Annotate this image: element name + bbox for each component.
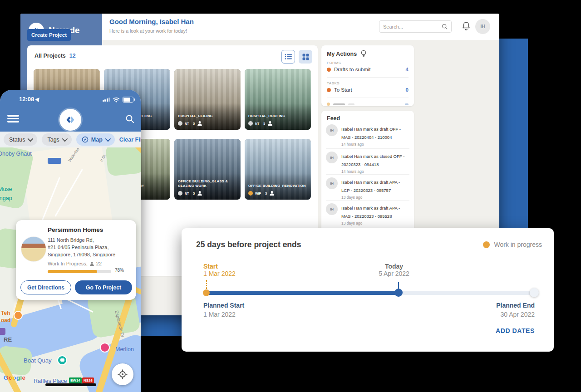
mrt-badge-ns26: NS26 (82, 377, 94, 383)
battery-icon (123, 97, 133, 103)
today-dot[interactable] (394, 289, 403, 297)
grid-view-button[interactable] (299, 50, 312, 64)
add-dates-link[interactable]: ADD DATES (496, 327, 535, 334)
project-card[interactable]: HOSPITAL_ROOFING NT 5 (245, 69, 311, 130)
desktop-header: Good Morning, Isabel Han Here is a look … (102, 14, 499, 40)
filter-bar: Status Tags Map Clear Filt (0, 132, 141, 147)
clipped-text (333, 103, 345, 105)
feed-item[interactable]: IH Isabel Han mark as closed OFF - 20220… (326, 152, 409, 174)
search-placeholder: Search... (383, 24, 403, 29)
my-location-button[interactable] (112, 363, 133, 385)
map-canvas[interactable]: Dhoby Ghaut Muse ingap Waterloo St n St … (0, 147, 141, 392)
address-line: 111 North Bridge Rd, (48, 237, 94, 243)
map-station-badge (48, 158, 61, 164)
location-status: Work In Progress, 22 (48, 261, 102, 266)
progress-percent: 78% (115, 268, 124, 273)
location-title: Persimmon Homes (48, 226, 103, 233)
project-card[interactable]: OFFICE BUILDING_RENOVATION WIP 5 (245, 139, 311, 200)
map-label-boat-quay: Boat Quay (24, 357, 51, 364)
chevron-down-icon (105, 136, 111, 142)
start-dot[interactable] (203, 289, 210, 296)
search-icon[interactable] (125, 114, 134, 123)
avatar: IH (326, 124, 338, 136)
clear-filters-link[interactable]: Clear Filt (119, 137, 141, 143)
members-icon (197, 121, 202, 126)
timeline-title: 25 days before project ends (196, 240, 301, 250)
get-directions-button[interactable]: Get Directions (20, 280, 71, 294)
go-to-project-button[interactable]: Go To Project (75, 280, 132, 294)
map-label-re: RE (4, 336, 12, 343)
timeline-track[interactable] (207, 291, 535, 295)
location-photo (21, 236, 46, 262)
feed-title: Feed (327, 115, 340, 122)
projects-count: 12 (69, 53, 76, 59)
members-icon (269, 191, 275, 196)
signal-icon (103, 98, 110, 102)
feed-item[interactable]: IH Isabel Han mark as draft APA - MAS - … (326, 203, 409, 225)
today-connector-line (398, 282, 399, 289)
map-label-museum: Muse (0, 186, 12, 192)
user-avatar[interactable]: IH (475, 19, 490, 34)
map-label-merlion: Merlion (115, 346, 134, 353)
phone-mockup: 12:08 (0, 90, 141, 392)
projects-title-row: All Projects 12 (34, 53, 76, 59)
project-card[interactable]: HOSPITAL_CEILING NT 5 (174, 69, 241, 130)
wifi-icon (113, 97, 120, 103)
camera-poi-icon[interactable] (57, 355, 67, 365)
orange-dot-icon (327, 68, 331, 72)
address-line: Singapore, 179098, Singapore (48, 252, 115, 257)
create-project-button[interactable]: Create Project (27, 29, 71, 41)
location-arrow-icon (35, 96, 41, 102)
progress-fill (48, 270, 97, 273)
my-actions-title: My Actions (327, 50, 367, 58)
clipped-text (348, 103, 355, 105)
my-actions-panel: My Actions FORMS Drafts to submit 4 TASK… (321, 45, 414, 106)
list-view-button[interactable] (281, 50, 295, 64)
phone-app-bar (0, 109, 141, 132)
action-item-to-start[interactable]: To Start 0 (327, 87, 409, 93)
greeting: Good Morning, Isabel Han (109, 18, 194, 25)
action-item-drafts[interactable]: Drafts to submit 4 (327, 67, 409, 72)
novade-logo-icon (59, 109, 81, 131)
map-park (105, 147, 141, 176)
map-poi-icon[interactable] (100, 343, 110, 353)
feed-item[interactable]: IH Isabel Han mark as draft OFF - MAS - … (326, 124, 409, 147)
status-time: 12:08 (19, 96, 40, 103)
planned-start-label: Planned Start 1 Mar 2022 (203, 302, 244, 318)
clipped-count (405, 103, 409, 105)
map-view-chip[interactable]: Map (76, 133, 115, 146)
forms-section-label: FORMS (327, 61, 341, 65)
orange-dot-icon (327, 103, 330, 106)
avatar: IH (326, 152, 338, 163)
search-input[interactable]: Search... (379, 20, 452, 33)
search-icon (442, 24, 448, 29)
action-item-clipped[interactable] (327, 103, 409, 106)
menu-icon[interactable] (7, 115, 19, 124)
feed-panel: Feed IH Isabel Han mark as draft OFF - M… (321, 111, 414, 232)
address-line: #21-04/05 Peninsula Plaza, (48, 245, 109, 250)
compass-icon (82, 136, 89, 143)
phone-status-bar: 12:08 (0, 90, 141, 109)
status-icons (103, 97, 134, 103)
timeline-fill (207, 291, 399, 295)
status-dot (178, 191, 182, 196)
members-icon (89, 261, 94, 266)
map-label-dhoby-ghaut: Dhoby Ghaut (0, 151, 32, 157)
list-view-icon (285, 54, 292, 60)
notifications-bell-icon[interactable] (462, 21, 471, 31)
feed-item[interactable]: IH Isabel Han mark as draft APA - LCP - … (326, 177, 409, 200)
members-icon (267, 121, 273, 126)
map-station-badge (0, 328, 5, 335)
status-filter-chip[interactable]: Status (4, 133, 37, 146)
view-toggles (281, 50, 312, 64)
end-dot[interactable] (530, 288, 539, 297)
tags-filter-chip[interactable]: Tags (42, 133, 71, 146)
project-card[interactable]: OFFICE BUILDING_GLASS & GLAZING WORK NT … (174, 139, 241, 200)
map-poi-icon[interactable] (14, 311, 23, 320)
map-label-singapore: ingap (0, 195, 12, 201)
grid-view-icon (302, 54, 309, 60)
members-icon (197, 191, 202, 196)
target-icon (118, 369, 128, 379)
today-marker-label: Today 5 Apr 2022 (367, 263, 421, 277)
timeline-legend: Work in progress (483, 241, 542, 248)
